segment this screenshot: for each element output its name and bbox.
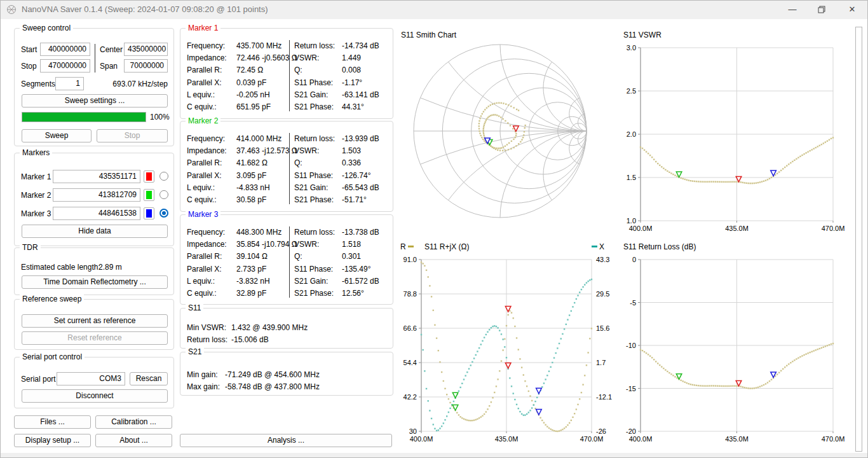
marker-detail-value: -61.572 dB bbox=[342, 277, 379, 286]
minimize-button[interactable]: — bbox=[778, 0, 807, 19]
marker3-color-button[interactable] bbox=[144, 207, 154, 219]
marker-detail-label: VSWR: bbox=[294, 146, 319, 156]
marker-detail-value: 41.682 Ω bbox=[236, 158, 268, 168]
s21-max-gain-value: -58.748 dB @ 437.800 MHz bbox=[225, 382, 320, 392]
sweep-settings-button[interactable]: Sweep settings ... bbox=[22, 94, 168, 108]
sweep-progress-fill bbox=[22, 113, 146, 121]
tdr-title: TDR bbox=[20, 243, 41, 253]
rescan-button[interactable]: Rescan bbox=[130, 372, 168, 385]
marker-detail-value: 1.518 bbox=[342, 240, 361, 249]
marker-detail-value: 0.336 bbox=[342, 158, 361, 168]
marker-detail-value: -14.734 dB bbox=[342, 41, 379, 51]
stop-input[interactable]: 470000000 bbox=[40, 59, 90, 73]
y-tick-label: -10 bbox=[626, 342, 636, 349]
marker-detail-label: Impedance: bbox=[187, 146, 227, 156]
marker2-details-title: Marker 2 bbox=[186, 116, 220, 126]
tdr-button[interactable]: Time Domain Reflectometry ... bbox=[22, 275, 168, 289]
r-plus-jx-chart[interactable]: 91.078.866.654.442.23043.329.515.61.7-12… bbox=[397, 239, 616, 452]
cable-length-label: Estimated cable length: bbox=[21, 263, 100, 272]
marker3-frequency-input[interactable]: 448461538 bbox=[53, 207, 140, 220]
markers-group: Markers Hide data Marker 1435351171Marke… bbox=[14, 153, 174, 246]
s11-min-vswr-value: 1.432 @ 439.900 MHz bbox=[231, 323, 308, 333]
marker-detail-label: C equiv.: bbox=[187, 195, 216, 205]
marker1-select-radio[interactable] bbox=[159, 172, 168, 181]
x-tick-label: 435.0M bbox=[725, 225, 749, 232]
s21-min-gain-value: -71.249 dB @ 454.600 MHz bbox=[225, 370, 320, 380]
span-input[interactable]: 70000000 bbox=[124, 59, 168, 73]
marker-detail-value: 44.31° bbox=[342, 102, 364, 112]
x-tick-label: 435.0M bbox=[495, 435, 519, 443]
set-reference-button[interactable]: Set current as reference bbox=[22, 314, 168, 328]
marker2-select-radio[interactable] bbox=[159, 190, 168, 199]
sweep-control-group: Sweep control Start 400000000 Center 435… bbox=[14, 28, 174, 146]
marker-detail-value: 32.89 pF bbox=[236, 289, 266, 298]
files-button[interactable]: Files ... bbox=[14, 415, 91, 429]
return-loss-chart[interactable]: 0-5-10-15-20400.0M435.0M470.0M bbox=[620, 239, 861, 452]
sweep-divider bbox=[95, 44, 95, 73]
reference-sweep-group: Reference sweep Set current as reference… bbox=[14, 299, 174, 350]
marker-detail-label: S21 Gain: bbox=[294, 277, 328, 286]
sweep-button[interactable]: Sweep bbox=[22, 129, 92, 142]
y-tick-label-right: -26 bbox=[596, 427, 606, 435]
y-tick-label: 1.0 bbox=[627, 217, 636, 225]
calibration-button[interactable]: Calibration ... bbox=[95, 415, 172, 429]
marker1-label: Marker 1 bbox=[21, 172, 51, 182]
marker3-details-group: Marker 3Frequency:448.300 MHzImpedance:3… bbox=[180, 214, 393, 305]
y-tick-label: 66.6 bbox=[403, 324, 417, 332]
s11-info-group: S11 Min VSWR: 1.432 @ 439.900 MHz Return… bbox=[180, 308, 393, 349]
smith-chart[interactable] bbox=[397, 27, 607, 237]
vswr-chart[interactable]: 3.02.52.01.51.0400.0M435.0M470.0M bbox=[620, 27, 861, 237]
y-tick-label: 2.5 bbox=[627, 87, 636, 95]
marker-detail-value: 1.503 bbox=[342, 146, 361, 156]
marker-detail-label: Parallel X: bbox=[187, 78, 222, 88]
step-info: 693.07 kHz/step bbox=[97, 80, 168, 89]
marker-detail-value: -65.543 dB bbox=[342, 183, 379, 193]
y-tick-label: 78.8 bbox=[403, 290, 417, 298]
marker3-select-radio[interactable] bbox=[159, 209, 168, 218]
marker-detail-label: Q: bbox=[294, 66, 302, 75]
x-tick-label: 470.0M bbox=[580, 435, 604, 443]
analysis-button[interactable]: Analysis ... bbox=[180, 434, 392, 447]
segments-input[interactable]: 1 bbox=[55, 77, 84, 90]
disconnect-button[interactable]: Disconnect bbox=[22, 389, 168, 403]
y-tick-label: 30 bbox=[409, 427, 417, 435]
minimize-icon: — bbox=[789, 4, 797, 14]
y-tick-label-right: -12.1 bbox=[596, 393, 612, 401]
marker2-color-button[interactable] bbox=[144, 189, 154, 201]
y-tick-label: 54.4 bbox=[403, 359, 417, 366]
marker2-frequency-input[interactable]: 413812709 bbox=[53, 188, 140, 202]
y-tick-label-right: 43.3 bbox=[596, 256, 609, 263]
sweep-progress-bar bbox=[22, 112, 146, 122]
marker-detail-value: 72.45 Ω bbox=[236, 66, 263, 75]
marker-details-divider bbox=[289, 133, 290, 204]
marker-detail-value: -0.205 nH bbox=[236, 90, 270, 100]
restore-button[interactable] bbox=[807, 0, 836, 19]
y-tick-label-right: 15.6 bbox=[596, 324, 609, 332]
marker-detail-label: Frequency: bbox=[187, 41, 225, 51]
sweep-control-title: Sweep control bbox=[20, 24, 73, 33]
marker-detail-value: 1.449 bbox=[342, 53, 361, 63]
x-tick-label: 400.0M bbox=[410, 435, 433, 443]
display-setup-button[interactable]: Display setup ... bbox=[14, 434, 91, 447]
serial-port-input[interactable]: COM3 bbox=[57, 372, 125, 385]
center-input[interactable]: 435000000 bbox=[124, 43, 168, 56]
marker-detail-label: S11 Phase: bbox=[294, 265, 333, 274]
reference-sweep-title: Reference sweep bbox=[20, 295, 84, 304]
marker3-label: Marker 3 bbox=[21, 209, 51, 219]
about-button[interactable]: About ... bbox=[95, 434, 172, 447]
s11-return-loss-value: -15.006 dB bbox=[231, 335, 269, 345]
marker-detail-label: Impedance: bbox=[187, 240, 227, 249]
y-tick-label-right: 29.5 bbox=[596, 290, 609, 298]
marker3-color-swatch bbox=[146, 209, 152, 218]
y-tick-label: -20 bbox=[626, 427, 636, 435]
marker-detail-label: S11 Phase: bbox=[294, 171, 333, 181]
hide-data-button[interactable]: Hide data bbox=[22, 225, 168, 238]
chart-marker-triangle bbox=[513, 126, 519, 132]
marker-detail-label: Parallel R: bbox=[187, 252, 222, 261]
marker1-color-button[interactable] bbox=[144, 170, 154, 183]
marker-detail-label: Parallel X: bbox=[187, 171, 222, 181]
start-input[interactable]: 400000000 bbox=[40, 43, 90, 56]
close-button[interactable]: ✕ bbox=[836, 0, 868, 19]
y-tick-label: 1.5 bbox=[627, 174, 636, 181]
marker1-frequency-input[interactable]: 435351171 bbox=[53, 170, 140, 183]
